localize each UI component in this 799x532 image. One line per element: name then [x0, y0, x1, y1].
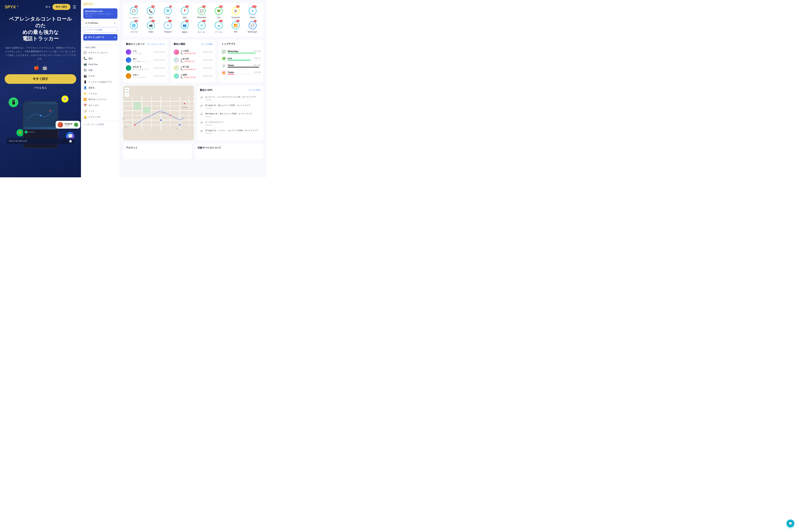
map-svg: Tamworth Leaflet North Street East St B5…	[123, 86, 194, 140]
device-section-title: 対象デバイスについて	[198, 146, 221, 150]
calls-stat-icon: 📞	[147, 7, 155, 15]
gps-item-4[interactable]: 4 ビッグ w タムワース 1:20 am	[200, 119, 260, 128]
telegram-count: 12	[168, 20, 172, 22]
tinder-app-icon: 🔥	[221, 70, 226, 75]
dashboard-button[interactable]: ⊞ ダッシュボード ▲	[83, 34, 117, 40]
gps-item-5[interactable]: 5 28 Upper St.、イースト・タムワース NSW、オーストラリア 1:…	[200, 128, 260, 136]
sidebar-item-calls[interactable]: 📞 通話	[81, 56, 120, 61]
map-area: + −	[123, 86, 194, 140]
gps-item-1[interactable]: 1 タムワース、ニューサウスウェールズ州、オーストラリア 1:10 am	[200, 94, 260, 102]
contacts-count: 10	[185, 20, 189, 22]
app-tinder[interactable]: 🔥 Tinder 1m 18s	[221, 69, 260, 76]
message-item-2[interactable]: せい これを読んだら、メッセン.. 2022年11月12日	[126, 56, 165, 64]
stat-browser[interactable]: 🌐 50 ブラウザ	[126, 21, 142, 34]
svg-point-19	[134, 124, 135, 126]
message-item-3[interactable]: せんな そ サービス番号がブロックさ... 2022年11月13日	[126, 64, 165, 72]
stat-snapchat[interactable]: 👻 16 Snapchat	[228, 6, 243, 19]
messages-stat-icon: 💬	[130, 7, 138, 15]
device-selector[interactable]: エマのiPhone ✓	[83, 20, 117, 26]
sidebar-item-files[interactable]: 📁 ファイル	[81, 91, 120, 96]
android-icon: 🤖	[42, 65, 48, 70]
msg-avatar-4	[126, 73, 131, 79]
stat-contacts[interactable]: 👥 10 連絡先	[177, 21, 193, 34]
calls-view-all[interactable]: すべての通話	[201, 43, 213, 45]
landing-title: ペアレンタルコントロール のた めの最も強力な 電話トラッカー	[5, 16, 76, 42]
sidebar-item-facetime[interactable]: 📹 FaceTime	[81, 61, 120, 67]
checkmark-icon: ✓	[114, 22, 116, 24]
phone-icon: 📞	[83, 57, 87, 60]
video-count: 11	[151, 20, 155, 22]
gps-num-2: 2	[200, 104, 203, 108]
language-selector[interactable]: JP ▾	[45, 5, 50, 8]
svg-text:East St: East St	[123, 117, 124, 120]
sidebar-item-reminders[interactable]: 🔔 リマインダー	[81, 114, 120, 120]
call-avatar-1	[174, 49, 179, 55]
sidebar-item-contacts[interactable]: 👤 連絡先	[81, 85, 120, 91]
tiktok-app-icon: ♪	[221, 63, 226, 68]
message-item-4[interactable]: たかこ どこにいますか？ 2022年11月13日	[126, 72, 165, 80]
platform-icons: 🍎 🤖	[5, 65, 76, 70]
gps-item-2[interactable]: 2 92 Upper St.、東タムワース NSW、オーストラリア 1:12 a…	[200, 102, 260, 111]
line-bar	[228, 60, 251, 60]
stat-messages[interactable]: 💬 15 メッセージ	[126, 6, 142, 19]
try-now-main-button[interactable]: 今すぐ試す	[5, 74, 76, 84]
stat-calls[interactable]: 📞 20 通話	[143, 6, 159, 19]
call-item-4[interactable]: しほ(5) 📞 +6963412375日 2022年11月23	[174, 72, 213, 80]
contact-avatar	[57, 122, 63, 128]
email-count: 25	[202, 20, 205, 22]
gps-view-all[interactable]: すべてのGPS	[249, 89, 260, 92]
landing-description: SpyX を使用すると、アプリをインストールしたり、物理的にアクセスしたりするこ…	[5, 46, 76, 61]
zoom-in-button[interactable]: +	[125, 87, 129, 92]
svg-text:B56: B56	[176, 128, 178, 129]
calls-count: 20	[151, 5, 155, 7]
try-now-header-button[interactable]: 今すぐ試す	[53, 4, 70, 10]
map-container: + −	[123, 86, 194, 140]
top-apps-card: トップアプリ 💬 WhatsApp 17m 18s 💚	[219, 40, 264, 83]
svg-text:North Street: North Street	[182, 107, 187, 108]
stat-location[interactable]: 📍 30 場所	[177, 6, 193, 19]
stat-photos[interactable]: 🖼 8 写真	[160, 6, 176, 19]
app-whatsapp[interactable]: 💬 WhatsApp 17m 18s	[221, 48, 260, 55]
app-tiktok[interactable]: ♪ Tiktok 38m 30s	[221, 62, 260, 69]
svg-point-22	[160, 119, 162, 121]
contact-popup: Andrew mobile 📞	[56, 121, 80, 129]
files-count: 41	[219, 20, 222, 22]
messages-card-title: 最近のメッセージ	[126, 42, 145, 46]
stat-email[interactable]: ✉ 25 Eメール	[194, 21, 210, 34]
call-item-2[interactable]: しおり(1) 📞 +678566377日 2022年11月19	[174, 56, 213, 64]
add-device-button[interactable]: + + デバイスを追加	[83, 27, 117, 33]
messages-count: 15	[134, 5, 138, 7]
sidebar-item-messages[interactable]: 💬 テキストメッセージ	[81, 50, 120, 56]
call-item-1[interactable]: しいな(1) 📞 +6163786375日 2022年11月19	[174, 48, 213, 56]
message-item-1[interactable]: しん こんにちは。 2022年11月12日	[126, 48, 165, 56]
sidebar-item-photos[interactable]: 🖼 写真	[81, 67, 120, 73]
stat-files[interactable]: ☁ 41 ファイル	[211, 21, 226, 34]
stat-wifi[interactable]: 📶 20 Wifi	[228, 21, 243, 34]
stat-messenger[interactable]: 💬 8 Messenger	[245, 21, 260, 34]
whatsapp-count: 16	[202, 5, 205, 7]
messages-view-all[interactable]: すべてのメッセージ	[147, 43, 165, 45]
stat-line[interactable]: 💚 20 Line	[211, 6, 226, 19]
stat-video[interactable]: 📹 11 Video	[143, 21, 159, 34]
photos-stat-icon: 🖼	[164, 7, 172, 15]
stat-telegram[interactable]: ✈ 12 Telegram	[160, 21, 176, 34]
messages-card: 最近のメッセージ すべてのメッセージ しん こんにちは。 2022年11月12日…	[123, 40, 168, 83]
gps-item-3[interactable]: 3 66A Napier St.、東タムワース NSW、オーストラリア 1:15…	[200, 111, 260, 119]
phone-mockup: 📱 👻 💬 💚 WhatsApp	[5, 94, 76, 148]
sidebar-item-calendar[interactable]: 📅 カレンダー	[81, 102, 120, 108]
app-line[interactable]: 💚 Line 14m 7s	[221, 55, 260, 62]
stat-skype[interactable]: S 116 Skype	[245, 6, 260, 19]
sidebar-item-notes[interactable]: 📝 ノート	[81, 108, 120, 114]
sidebar-item-wifi[interactable]: 📶 Wi-Fiネットワーク	[81, 96, 120, 102]
sidebar-item-installed-apps[interactable]: 📱 インストール済みアプリ	[81, 79, 120, 85]
svg-point-1	[40, 115, 41, 116]
bottom-search-bar: How to flirt with a girl 🕐	[7, 138, 74, 144]
snapchat-count: 16	[236, 5, 239, 7]
gps-num-1: 1	[200, 96, 203, 99]
zoom-out-button[interactable]: −	[125, 92, 129, 97]
call-item-3[interactable]: しずく(2) 📞 +6163545877日 2022年11月21	[174, 64, 213, 72]
stat-whatsapp[interactable]: 💬 16 WhatsApp	[194, 6, 210, 19]
sidebar-item-video[interactable]: 🎬 ビデオ	[81, 73, 120, 79]
demo-link[interactable]: デモを見る	[5, 86, 76, 90]
hamburger-menu-icon[interactable]: ☰	[73, 5, 76, 10]
